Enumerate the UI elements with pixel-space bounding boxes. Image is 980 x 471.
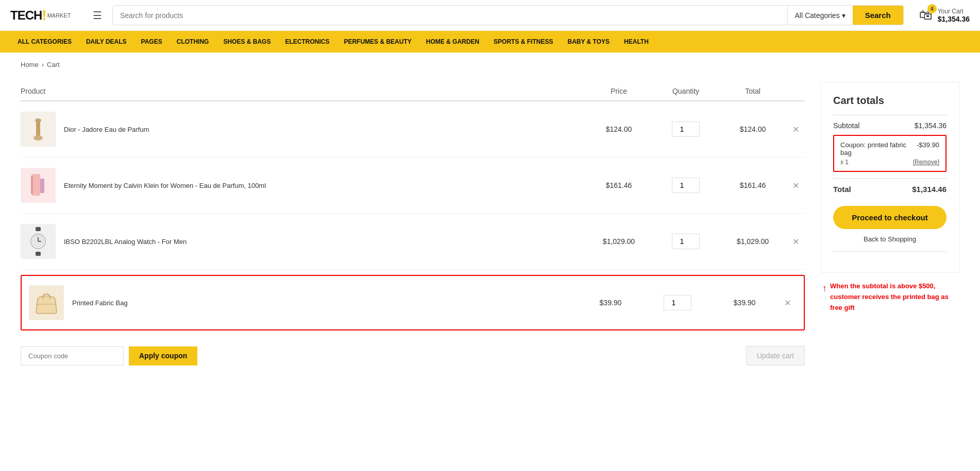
remove-watch-button[interactable]: ✕ (786, 237, 805, 247)
totals-divider-top (833, 115, 947, 115)
search-button[interactable]: Search (853, 6, 903, 25)
logo[interactable]: TECH!MARKET (10, 7, 82, 24)
search-input[interactable] (113, 6, 787, 25)
total-value: $1,314.46 (912, 185, 947, 194)
main-content: Product Price Quantity Total Dior - Jado… (0, 77, 980, 396)
svg-rect-5 (40, 179, 44, 193)
remove-calvin-button[interactable]: ✕ (786, 181, 805, 190)
cart-badge: 4 (927, 4, 937, 13)
coupon-applied-name: Coupon: printed fabric bag (840, 141, 917, 156)
cart-totals-box: Cart totals Subtotal $1,354.36 Coupon: p… (820, 82, 959, 273)
cart-totals-title: Cart totals (833, 95, 947, 107)
product-image-calvin (21, 168, 56, 203)
remove-dior-button[interactable]: ✕ (786, 125, 805, 134)
cart-row-calvin: Eternity Moment by Calvin Klein for Wome… (21, 158, 805, 214)
annotation-text: ↑When the subtotal is above $500, custom… (820, 281, 959, 313)
coupon-applied-discount: -$39.90 (917, 141, 939, 156)
cart-icon-wrap: 🛍 4 (919, 7, 933, 23)
nav-item-clothing[interactable]: CLOTHING (170, 31, 216, 53)
col-price-header: Price (585, 87, 652, 95)
coupon-input[interactable] (21, 346, 124, 365)
cart-row-dior: Dior - Jadore Eau de Parfum $124.00 $124… (21, 101, 805, 158)
qty-input-calvin[interactable] (672, 178, 700, 193)
nav-bar: ALL CATEGORIES DAILY DEALS PAGES CLOTHIN… (0, 31, 980, 53)
subtotal-value: $1,354.36 (915, 121, 947, 130)
product-cell-calvin: Eternity Moment by Calvin Klein for Wome… (21, 168, 585, 203)
total-watch: $1,029.00 (719, 237, 786, 246)
nav-item-sports[interactable]: SPORTS & FITNESS (486, 31, 560, 53)
update-cart-button[interactable]: Update cart (746, 346, 805, 365)
coupon-row: Apply coupon Update cart (21, 336, 805, 376)
breadcrumb: Home › Cart (0, 53, 980, 77)
totals-divider-mid (833, 178, 947, 179)
svg-rect-4 (31, 176, 33, 194)
nav-item-baby-toys[interactable]: BABY & TOYS (560, 31, 617, 53)
cart-info: Your Cart $1,354.36 (938, 8, 970, 23)
proceed-checkout-button[interactable]: Proceed to checkout (833, 206, 947, 229)
total-calvin: $161.46 (719, 181, 786, 189)
product-name-calvin: Eternity Moment by Calvin Klein for Wome… (64, 182, 266, 189)
price-watch: $1,029.00 (585, 237, 652, 246)
coupon-x1-row: x 1 [Remove] (840, 159, 939, 166)
cart-row-watch: IBSO B2202LBL Analog Watch - For Men $1,… (21, 214, 805, 270)
cart-section: Product Price Quantity Total Dior - Jado… (21, 82, 805, 376)
svg-rect-3 (32, 174, 40, 196)
nav-item-shoes-bags[interactable]: SHOES & BAGS (216, 31, 278, 53)
total-bag: $39.90 (711, 299, 778, 307)
remove-bag-button[interactable]: ✕ (778, 298, 797, 308)
nav-item-all-categories[interactable]: ALL CATEGORIES (10, 31, 79, 53)
product-image-dior (21, 112, 56, 147)
total-row: Total $1,314.46 (833, 185, 947, 194)
qty-input-watch[interactable] (672, 234, 700, 249)
coupon-qty: x 1 (840, 159, 849, 166)
nav-item-electronics[interactable]: ELECTRONICS (278, 31, 336, 53)
apply-coupon-button[interactable]: Apply coupon (129, 346, 197, 365)
coupon-left: Apply coupon (21, 346, 197, 365)
nav-item-perfumes[interactable]: PERFUMES & BEAUTY (336, 31, 418, 53)
logo-brand: TECH (10, 8, 42, 23)
svg-rect-10 (36, 227, 41, 231)
product-name-dior: Dior - Jadore Eau de Parfum (64, 126, 149, 133)
nav-item-pages[interactable]: PAGES (134, 31, 170, 53)
nav-item-home-garden[interactable]: HOME & GARDEN (419, 31, 486, 53)
cart-area[interactable]: 🛍 4 Your Cart $1,354.36 (919, 7, 970, 23)
coupon-applied-box: Coupon: printed fabric bag -$39.90 x 1 [… (833, 135, 947, 172)
col-total-header: Total (719, 87, 786, 95)
qty-input-bag[interactable] (664, 295, 691, 310)
product-image-bag (29, 285, 64, 320)
totals-divider-bot (833, 251, 947, 252)
search-bar: All Categories ▾ Search (112, 5, 904, 25)
product-image-watch (21, 224, 56, 259)
product-cell-watch: IBSO B2202LBL Analog Watch - For Men (21, 224, 585, 259)
category-label: All Categories (795, 11, 840, 20)
cart-total-value: $1,354.36 (938, 15, 970, 23)
nav-item-daily-deals[interactable]: DAILY DEALS (79, 31, 134, 53)
subtotal-label: Subtotal (833, 121, 859, 130)
breadcrumb-separator: › (42, 61, 44, 68)
breadcrumb-current: Cart (47, 61, 60, 68)
cart-label: Your Cart (938, 8, 970, 15)
cart-totals-sidebar: Cart totals Subtotal $1,354.36 Coupon: p… (820, 82, 959, 313)
col-product-header: Product (21, 87, 585, 95)
col-qty-header: Quantity (652, 87, 719, 95)
hamburger-button[interactable]: ☰ (93, 9, 102, 22)
product-name-bag: Printed Fabric Bag (72, 299, 128, 307)
header: TECH!MARKET ☰ All Categories ▾ Search 🛍 … (0, 0, 980, 31)
nav-item-health[interactable]: HEALTH (617, 31, 656, 53)
total-dior: $124.00 (719, 125, 786, 133)
category-selector[interactable]: All Categories ▾ (787, 6, 853, 25)
cart-row-bag: Printed Fabric Bag $39.90 $39.90 ✕ (21, 275, 805, 330)
coupon-applied-row: Coupon: printed fabric bag -$39.90 (840, 141, 939, 156)
total-label: Total (833, 185, 851, 194)
product-cell-dior: Dior - Jadore Eau de Parfum (21, 112, 585, 147)
remove-coupon-link[interactable]: [Remove] (913, 159, 939, 166)
price-dior: $124.00 (585, 125, 652, 133)
breadcrumb-home[interactable]: Home (21, 61, 39, 68)
subtotal-row: Subtotal $1,354.36 (833, 121, 947, 130)
cart-table-header: Product Price Quantity Total (21, 82, 805, 101)
product-cell-bag: Printed Fabric Bag (29, 285, 577, 320)
back-to-shopping-link[interactable]: Back to Shopping (833, 235, 947, 243)
price-calvin: $161.46 (585, 181, 652, 189)
chevron-down-icon: ▾ (842, 11, 846, 20)
qty-input-dior[interactable] (672, 121, 700, 137)
